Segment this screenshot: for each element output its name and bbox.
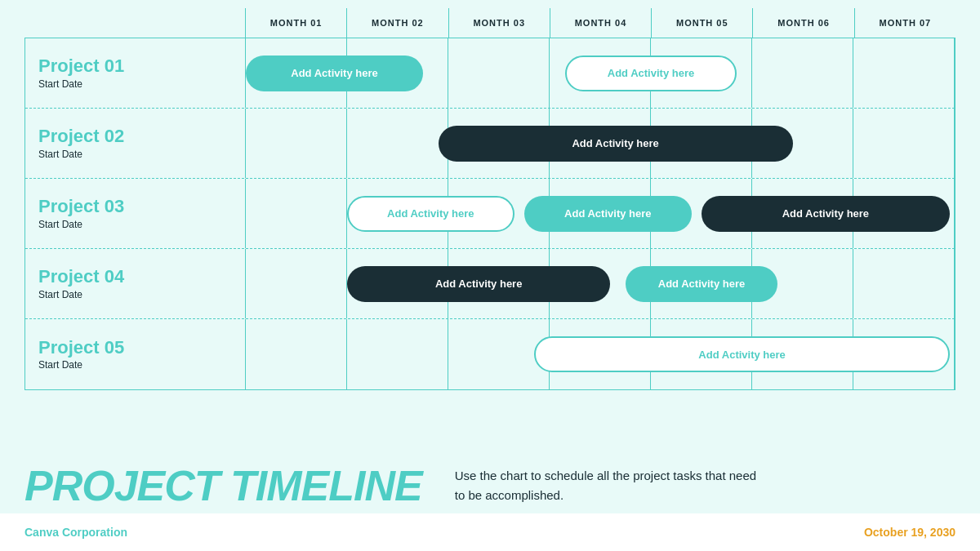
p3-activity-3[interactable]: Add Activity here: [702, 196, 950, 232]
header-spacer: [24, 8, 245, 38]
p5-m2: [347, 319, 448, 389]
month-label-6: MONTH 06: [752, 8, 853, 38]
p1-m6: [752, 38, 853, 108]
bottom-section: PROJECT TIMELINE Use the chart to schedu…: [24, 461, 956, 510]
project-start-3: Start Date: [38, 219, 232, 230]
p2-m1: [246, 109, 347, 178]
month-label-7: MONTH 07: [854, 8, 956, 38]
p2-m7: [853, 109, 955, 178]
project-row-4: Project 04 Start Date Add Activity here …: [25, 249, 955, 319]
project-cell-3: Project 03 Start Date: [25, 179, 246, 248]
month-label-3: MONTH 03: [448, 8, 550, 38]
p3-activity-2[interactable]: Add Activity here: [524, 196, 692, 232]
p5-activity-1[interactable]: Add Activity here: [534, 336, 949, 372]
project-name-3: Project 03: [38, 197, 232, 216]
p1-m7: [853, 38, 955, 108]
project-start-4: Start Date: [38, 289, 232, 300]
p1-m3: [448, 38, 550, 108]
footer-date: October 19, 2030: [864, 526, 956, 539]
p1-activity-2[interactable]: Add Activity here: [565, 56, 737, 91]
p4-m7: [853, 249, 955, 318]
month-label-5: MONTH 05: [651, 8, 752, 38]
p2-m2: [347, 109, 448, 178]
project-row-2: Project 02 Start Date Add Activity here: [25, 109, 955, 179]
project-cell-1: Project 01 Start Date: [25, 38, 246, 108]
page-subtitle: Use the chart to schedule all the projec…: [455, 466, 765, 505]
project-start-5: Start Date: [38, 359, 232, 371]
project-name-4: Project 04: [38, 267, 232, 287]
p4-activity-2[interactable]: Add Activity here: [626, 266, 777, 302]
project-cell-2: Project 02 Start Date: [25, 109, 246, 178]
month-label-1: MONTH 01: [245, 8, 346, 38]
project-start-1: Start Date: [38, 78, 232, 90]
footer: Canva Corporation October 19, 2030: [0, 513, 980, 551]
project-row-1: Project 01 Start Date Add Activity here …: [25, 38, 955, 109]
months-header: MONTH 01 MONTH 02 MONTH 03 MONTH 04 MONT…: [24, 8, 956, 38]
page-title: PROJECT TIMELINE: [24, 461, 422, 510]
project-name-1: Project 01: [38, 56, 232, 76]
project-row-5: Project 05 Start Date Add Activity here: [25, 319, 955, 389]
p4-activity-1[interactable]: Add Activity here: [347, 266, 610, 302]
p2-activity-1[interactable]: Add Activity here: [439, 126, 793, 162]
project-row-3: Project 03 Start Date Add Activity here …: [25, 179, 955, 249]
month-label-4: MONTH 04: [550, 8, 651, 38]
p3-m1: [246, 179, 347, 248]
project-cell-4: Project 04 Start Date: [25, 249, 246, 318]
p5-m1: [246, 319, 347, 389]
footer-company: Canva Corporation: [24, 526, 127, 539]
p1-activity-1[interactable]: Add Activity here: [246, 56, 423, 91]
month-label-2: MONTH 02: [346, 8, 448, 38]
project-start-2: Start Date: [38, 149, 232, 160]
project-name-5: Project 05: [38, 338, 232, 358]
project-cell-5: Project 05 Start Date: [25, 319, 246, 389]
project-name-2: Project 02: [38, 127, 232, 146]
p4-m1: [246, 249, 347, 318]
p3-activity-1[interactable]: Add Activity here: [347, 196, 514, 232]
gantt-chart: Project 01 Start Date Add Activity here …: [24, 38, 956, 390]
